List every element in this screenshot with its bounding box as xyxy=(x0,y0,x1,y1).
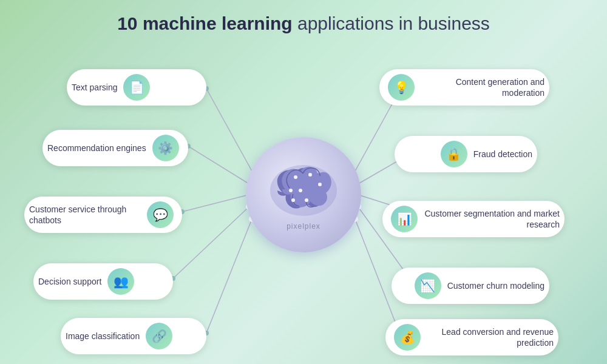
card-recommendation: Recommendation engines ⚙️ xyxy=(42,130,188,166)
card-recommendation-label: Recommendation engines xyxy=(47,143,146,153)
card-fraud: Fraud detection 🔒 xyxy=(395,136,537,172)
svg-line-3 xyxy=(173,207,249,278)
content-icon: 💡 xyxy=(388,74,415,101)
fraud-icon: 🔒 xyxy=(441,141,467,167)
card-fraud-label: Fraud detection xyxy=(473,149,532,160)
card-chatbots-label: Customer service through chatbots xyxy=(29,204,141,226)
svg-point-31 xyxy=(294,175,297,179)
decision-icon: 👥 xyxy=(107,268,134,295)
segmentation-icon: 📊 xyxy=(391,206,418,232)
svg-line-1 xyxy=(188,146,252,186)
diagram: pixelplex Text parsing 📄 Recommendation … xyxy=(0,40,607,349)
card-decision-label: Decision support xyxy=(38,276,101,287)
card-lead: Lead conversion and revenue prediction 💰 xyxy=(385,319,558,356)
card-content-label: Content generation and moderation xyxy=(421,76,544,98)
svg-line-4 xyxy=(206,219,252,333)
text-parsing-icon: 📄 xyxy=(123,74,150,101)
card-image: Image classification 🔗 xyxy=(61,318,206,354)
card-lead-label: Lead conversion and revenue prediction xyxy=(427,326,554,348)
card-content: Content generation and moderation 💡 xyxy=(379,69,549,106)
card-segmentation: Customer segmentation and market researc… xyxy=(382,201,565,237)
page-title: 10 machine learning applications in busi… xyxy=(0,0,607,40)
card-churn-label: Customer churn modeling xyxy=(447,280,544,291)
svg-point-35 xyxy=(289,189,293,192)
chatbots-icon: 💬 xyxy=(147,201,174,228)
card-image-label: Image classification xyxy=(66,331,140,342)
card-text-parsing-label: Text parsing xyxy=(72,82,117,93)
image-icon: 🔗 xyxy=(146,323,172,349)
card-segmentation-label: Customer segmentation and market researc… xyxy=(424,208,560,230)
churn-icon: 📉 xyxy=(415,272,441,299)
recommendation-icon: ⚙️ xyxy=(152,135,179,161)
lead-icon: 💰 xyxy=(394,324,421,351)
svg-point-37 xyxy=(291,198,295,202)
svg-point-34 xyxy=(299,189,302,192)
card-chatbots: Customer service through chatbots 💬 xyxy=(24,197,182,233)
brain-center: pixelplex xyxy=(246,137,361,252)
card-text-parsing: Text parsing 📄 xyxy=(67,69,206,106)
svg-point-36 xyxy=(305,198,308,202)
card-churn: Customer churn modeling 📉 xyxy=(392,268,549,304)
card-decision: Decision support 👥 xyxy=(33,263,173,300)
svg-line-2 xyxy=(182,195,249,212)
svg-line-0 xyxy=(206,89,255,177)
svg-point-32 xyxy=(308,173,312,177)
brand-label: pixelplex xyxy=(287,222,320,231)
svg-point-33 xyxy=(318,183,322,186)
brain-svg xyxy=(264,159,343,220)
